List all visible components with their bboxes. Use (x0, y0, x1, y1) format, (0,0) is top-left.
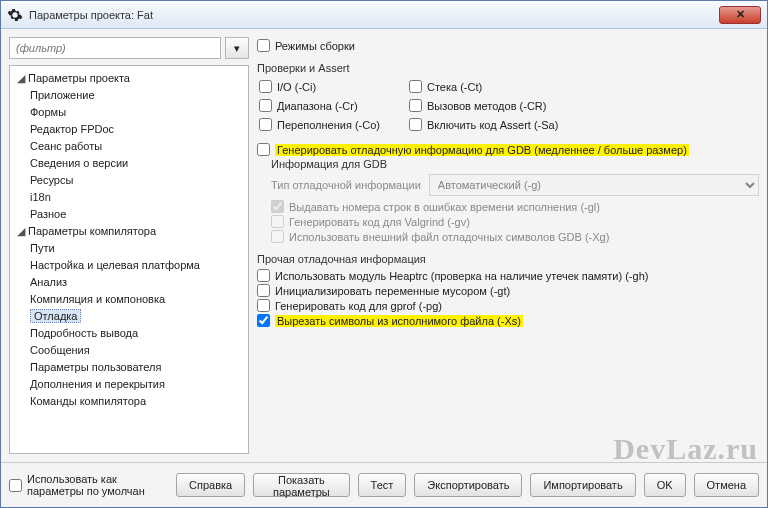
tree-group-compiler[interactable]: ◢Параметры компилятора Пути Настройка и … (16, 223, 246, 410)
check-range[interactable]: Диапазона (-Cr) (259, 99, 409, 112)
export-button[interactable]: Экспортировать (414, 473, 522, 497)
debug-type-label: Тип отладочной информации (271, 179, 421, 191)
tree-item-selected[interactable]: Отладка (30, 308, 246, 325)
tree-item[interactable]: Компиляция и компоновка (30, 291, 246, 308)
close-icon: ✕ (736, 8, 745, 21)
filter-clear-button[interactable]: ▾ (225, 37, 249, 59)
dialog-body: ▾ ◢Параметры проекта Приложение Формы Ре… (1, 29, 767, 462)
triangle-down-icon: ◢ (16, 223, 26, 240)
tree-item[interactable]: Приложение (30, 87, 246, 104)
check-strip[interactable]: Вырезать символы из исполнимого файла (-… (257, 314, 759, 327)
cancel-button[interactable]: Отмена (694, 473, 759, 497)
check-external-symbols: Использовать внешний файл отладочных сим… (271, 230, 759, 243)
build-modes-checkbox[interactable]: Режимы сборки (257, 39, 759, 52)
options-tree[interactable]: ◢Параметры проекта Приложение Формы Реда… (9, 65, 249, 454)
import-button[interactable]: Импортировать (530, 473, 635, 497)
tree-item[interactable]: Сеанс работы (30, 138, 246, 155)
triangle-down-icon: ◢ (16, 70, 26, 87)
tree-item[interactable]: Команды компилятора (30, 393, 246, 410)
check-trash[interactable]: Инициализировать переменные мусором (-gt… (257, 284, 759, 297)
section-header: Прочая отладочная информация (257, 253, 759, 265)
close-button[interactable]: ✕ (719, 6, 761, 24)
dialog-footer: Использовать как параметры по умолчан Сп… (1, 462, 767, 507)
check-assert[interactable]: Включить код Assert (-Sa) (409, 118, 759, 131)
checks-section: Проверки и Assert I/O (-Ci) Стека (-Ct) … (257, 62, 759, 133)
right-panel: Режимы сборки Проверки и Assert I/O (-Ci… (257, 37, 759, 454)
gdb-section: Генерировать отладочную информацию для G… (257, 141, 759, 245)
other-debug-section: Прочая отладочная информация Использоват… (257, 253, 759, 329)
section-header: Информация для GDB (271, 158, 759, 170)
window-title: Параметры проекта: Fat (29, 9, 719, 21)
check-line-errors: Выдавать номера строк в ошибках времени … (271, 200, 759, 213)
test-button[interactable]: Тест (358, 473, 407, 497)
generate-debug-checkbox[interactable]: Генерировать отладочную информацию для G… (257, 143, 759, 156)
funnel-icon: ▾ (234, 42, 240, 55)
tree-item[interactable]: Редактор FPDoc (30, 121, 246, 138)
check-io[interactable]: I/O (-Ci) (259, 80, 409, 93)
check-overflow[interactable]: Переполнения (-Co) (259, 118, 409, 131)
titlebar[interactable]: Параметры проекта: Fat ✕ (1, 1, 767, 29)
check-heaptrc[interactable]: Использовать модуль Heaptrc (проверка на… (257, 269, 759, 282)
help-button[interactable]: Справка (176, 473, 245, 497)
tree-item[interactable]: Дополнения и перекрытия (30, 376, 246, 393)
check-gprof[interactable]: Генерировать код для gprof (-pg) (257, 299, 759, 312)
tree-item[interactable]: Ресурсы (30, 172, 246, 189)
tree-item[interactable]: Сообщения (30, 342, 246, 359)
gear-icon (7, 7, 23, 23)
tree-item[interactable]: Анализ (30, 274, 246, 291)
left-panel: ▾ ◢Параметры проекта Приложение Формы Ре… (9, 37, 249, 454)
filter-input[interactable] (9, 37, 221, 59)
tree-item[interactable]: Настройка и целевая платформа (30, 257, 246, 274)
check-method[interactable]: Вызовов методов (-CR) (409, 99, 759, 112)
tree-item[interactable]: i18n (30, 189, 246, 206)
check-stack[interactable]: Стека (-Ct) (409, 80, 759, 93)
tree-item[interactable]: Параметры пользователя (30, 359, 246, 376)
tree-item[interactable]: Пути (30, 240, 246, 257)
dialog-window: Параметры проекта: Fat ✕ ▾ ◢Параметры пр… (0, 0, 768, 508)
show-params-button[interactable]: Показать параметры (253, 473, 349, 497)
check-valgrind: Генерировать код для Valgrind (-gv) (271, 215, 759, 228)
use-default-checkbox[interactable]: Использовать как параметры по умолчан (9, 473, 160, 497)
tree-group-project[interactable]: ◢Параметры проекта Приложение Формы Реда… (16, 70, 246, 223)
debug-type-select[interactable]: Автоматический (-g) (429, 174, 759, 196)
section-header: Проверки и Assert (257, 62, 759, 74)
tree-item[interactable]: Формы (30, 104, 246, 121)
tree-item[interactable]: Разное (30, 206, 246, 223)
tree-item[interactable]: Сведения о версии (30, 155, 246, 172)
ok-button[interactable]: OK (644, 473, 686, 497)
tree-item[interactable]: Подробность вывода (30, 325, 246, 342)
